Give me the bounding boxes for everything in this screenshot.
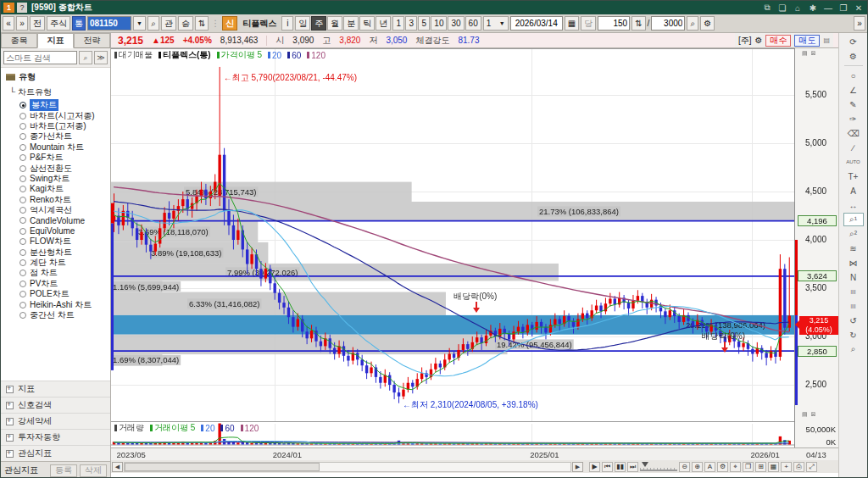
auto-fit-icon[interactable]: A xyxy=(704,462,715,472)
buy-button[interactable]: 매수 xyxy=(765,35,791,47)
price-axis[interactable]: 5,5005,0004,5004,0003,5003,0002,5004,196… xyxy=(794,48,840,447)
chart-type-item[interactable]: Mountain 차트 xyxy=(1,142,110,153)
expand-icon[interactable] xyxy=(6,450,14,458)
popup-icon[interactable]: ⧉ xyxy=(761,3,773,13)
chart-type-item[interactable]: 중간선 차트 xyxy=(1,310,110,320)
radio-icon[interactable] xyxy=(19,217,26,224)
chart-type-item[interactable]: 역시계곡선 xyxy=(1,205,110,215)
scroll-right-button[interactable]: ▶ xyxy=(572,462,583,472)
redo-icon[interactable]: ↻ xyxy=(843,328,864,342)
zoom-select-icon[interactable]: ⌕¹ xyxy=(843,213,864,226)
print-icon[interactable]: ⎙ xyxy=(793,462,804,472)
tree-node-chart-type[interactable]: └ 차트유형 xyxy=(1,85,110,100)
sell-button[interactable]: 매도 xyxy=(794,35,820,47)
footer-button-삭제[interactable]: 삭제 xyxy=(80,464,107,477)
fibo-tool-icon[interactable]: ≋ xyxy=(843,242,864,255)
expand-icon[interactable] xyxy=(6,386,14,393)
brush-tool-icon[interactable]: ✑ xyxy=(843,112,864,125)
search-icon[interactable]: ⌕ xyxy=(79,51,92,64)
stock-type-button[interactable]: 주식 xyxy=(47,16,70,31)
zoom-out-icon[interactable]: ⊖ xyxy=(679,462,690,472)
price-volume-chart-canvas[interactable] xyxy=(111,48,794,447)
period-button-년[interactable]: 년 xyxy=(376,16,391,31)
expand-icon[interactable] xyxy=(6,418,14,425)
info-button[interactable]: i xyxy=(281,16,293,31)
ellipse-tool-icon[interactable]: ○ xyxy=(843,69,864,82)
tab-전략[interactable]: 전략 xyxy=(74,33,110,48)
bar-total-input[interactable] xyxy=(651,16,685,31)
speed-slider[interactable] xyxy=(640,462,677,471)
clone-window-icon[interactable]: ❏ xyxy=(776,3,788,13)
step-first-icon[interactable]: ⏮ xyxy=(602,462,613,472)
eraser-tool-icon[interactable]: ⌫ xyxy=(843,126,864,140)
trend-tool-icon[interactable]: ∠ xyxy=(843,83,864,97)
radio-icon[interactable] xyxy=(19,249,26,256)
dang-button[interactable]: 당 xyxy=(581,16,596,31)
scroll-left-button[interactable]: ◀ xyxy=(112,462,123,472)
bars2-tool-icon[interactable]: |||| xyxy=(843,299,864,313)
radio-icon[interactable] xyxy=(19,238,26,245)
chart-type-item[interactable]: 분산형차트 xyxy=(1,247,110,257)
radio-icon[interactable] xyxy=(19,154,26,161)
count-select[interactable]: 1▼ xyxy=(483,16,509,31)
jeon-button[interactable]: 전 xyxy=(30,16,45,31)
axis-mini-icons[interactable]: ▤ ⊠ xyxy=(802,411,816,418)
title-bar[interactable]: 1 ? [9590] 종합차트 ⧉❏⌂✱—❐✕ xyxy=(1,1,867,14)
label-tool-icon[interactable]: A xyxy=(843,184,864,197)
scrollbar-thumb[interactable] xyxy=(125,463,320,471)
select-icon[interactable]: ⌖ xyxy=(730,462,741,472)
move-tool-icon[interactable]: ↔ xyxy=(843,198,864,212)
text-tool-icon[interactable]: T+ xyxy=(843,170,864,183)
nav-back-button[interactable]: « xyxy=(3,16,14,31)
quote-gear-icon[interactable]: ⚙ xyxy=(754,36,762,45)
pattern-tool-icon[interactable]: ⋈ xyxy=(843,256,864,270)
time-axis[interactable]: 2023/052024/012025/012026/0104/13 xyxy=(111,447,840,460)
pause-icon[interactable]: ▮▮ xyxy=(615,462,626,472)
radio-icon[interactable] xyxy=(19,259,26,266)
radio-icon[interactable] xyxy=(19,291,26,297)
minute-button-3[interactable]: 3 xyxy=(405,16,417,31)
seung-button[interactable]: 승 xyxy=(178,16,193,31)
radio-icon[interactable] xyxy=(19,270,26,276)
expand-icon[interactable] xyxy=(6,402,14,409)
chart-type-item[interactable]: P&F차트 xyxy=(1,153,110,163)
chart-type-item[interactable]: Swing차트 xyxy=(1,174,110,184)
chart-type-item[interactable]: CandleVolume xyxy=(1,215,110,225)
radio-icon[interactable] xyxy=(19,197,26,203)
nav-forward-button[interactable]: » xyxy=(16,16,28,31)
chart-type-item[interactable]: 계단 차트 xyxy=(1,258,110,268)
scrollbar-track[interactable] xyxy=(124,462,571,472)
bars-tool-icon[interactable]: |||| xyxy=(843,285,864,298)
zoom-plus-icon[interactable]: ⌕ xyxy=(687,16,698,31)
bar-count-spinner[interactable]: ⇅ xyxy=(632,16,645,31)
period-button-틱[interactable]: 틱 xyxy=(359,16,375,31)
table-icon[interactable]: ▦ xyxy=(768,462,779,472)
home-icon[interactable]: ⌂ xyxy=(792,3,804,13)
zoom-in-icon[interactable]: ⊕ xyxy=(692,462,703,472)
minute-button-30[interactable]: 30 xyxy=(448,16,464,31)
tong-badge[interactable]: 통 xyxy=(72,16,86,31)
stock-name[interactable]: 티플렉스 xyxy=(239,18,280,30)
code-dropdown-button[interactable]: ▼ xyxy=(133,16,146,31)
search-icon[interactable]: ⌕ xyxy=(147,16,159,31)
period-button-주[interactable]: 주 xyxy=(311,16,326,31)
gear-icon[interactable]: ⚙ xyxy=(717,462,728,472)
footer-button-등록[interactable]: 등록 xyxy=(50,464,77,477)
radio-icon[interactable] xyxy=(19,302,26,308)
chart-type-item[interactable]: Renko차트 xyxy=(1,195,110,205)
sidebar-section-지표[interactable]: 지표 xyxy=(1,381,110,397)
radio-icon[interactable] xyxy=(19,133,26,140)
calendar-icon[interactable]: ▦ xyxy=(565,16,579,31)
spinner-button[interactable]: ⇅ xyxy=(195,16,209,31)
pen-tool-icon[interactable]: ✎ xyxy=(843,97,864,111)
radio-icon[interactable] xyxy=(19,123,26,130)
settings-icon[interactable]: ✱ xyxy=(807,3,819,13)
zoom-area-icon[interactable]: ⌕² xyxy=(843,227,864,241)
bar-count-input[interactable] xyxy=(598,16,630,31)
auto-tool-icon[interactable]: AUTO xyxy=(843,155,864,169)
radio-icon[interactable] xyxy=(19,144,26,151)
chart-type-item[interactable]: POLE차트 xyxy=(1,289,110,299)
chart-type-item[interactable]: 점 차트 xyxy=(1,268,110,278)
chart-type-item[interactable]: 종가선차트 xyxy=(1,131,110,142)
chart-type-item[interactable]: 삼선전환도 xyxy=(1,163,110,173)
